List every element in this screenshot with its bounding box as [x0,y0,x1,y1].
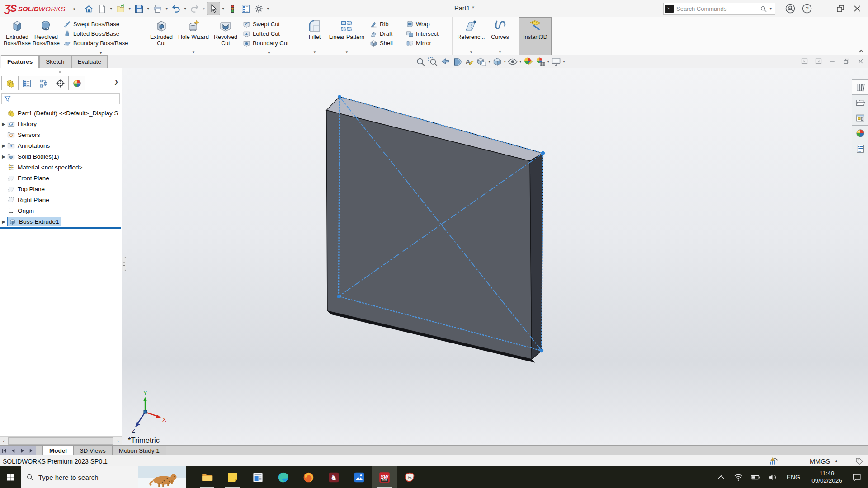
file-explorer-tab[interactable] [852,110,868,126]
cut-stack-dropdown[interactable]: ▾ [268,51,270,55]
tab-evaluate[interactable]: Evaluate [71,55,108,68]
extruded-cut-button[interactable]: Extruded Cut [147,17,176,55]
tree-item-sensors[interactable]: Sensors [0,129,121,140]
print-dropdown[interactable]: ▾ [164,7,169,11]
apply-scene-icon[interactable] [535,56,546,67]
units-dropdown-icon[interactable]: ▲ [835,459,838,463]
custom-properties-tab[interactable] [852,141,868,156]
linear-pattern-button[interactable]: Linear Pattern ▾ [326,17,368,55]
collapse-pane-left-icon[interactable] [801,57,808,65]
select-tool-button[interactable] [207,2,220,15]
displaymanager-tab[interactable] [68,76,85,90]
taskbar-snipping-tool[interactable]: ✂ [397,466,422,488]
battery-icon[interactable] [750,472,760,482]
taskbar-solidworks[interactable]: SW2023 [372,466,397,488]
doc-restore-icon[interactable] [843,57,850,65]
scroll-right-icon[interactable]: › [114,437,122,445]
tray-expand-icon[interactable] [716,472,726,482]
solidworks-resources-tab[interactable] [852,79,868,95]
units-indicator[interactable]: MMGS [810,458,830,465]
appearances-scenes-tab[interactable] [852,126,868,141]
save-dropdown[interactable]: ▾ [146,7,151,11]
doc-close-icon[interactable] [857,57,864,65]
boundary-boss-base-button[interactable]: Boundary Boss/Base [63,38,141,48]
options-dropdown[interactable]: ▾ [265,7,270,11]
swept-boss-base-button[interactable]: Swept Boss/Base [63,19,141,29]
minimize-icon[interactable] [818,3,829,14]
display-style-icon[interactable] [492,56,503,67]
language-indicator[interactable]: ENG [787,474,800,481]
taskbar-firefox[interactable] [296,466,321,488]
dynamic-annotation-views-icon[interactable]: A [464,56,475,67]
instant3d-button[interactable]: Instant3D [519,17,552,56]
action-center-icon[interactable] [852,472,862,482]
view-safety-button[interactable] [226,2,239,15]
reference-geometry-button[interactable]: Referenc... ▾ [455,17,487,55]
panel-splitter-handle[interactable] [122,257,126,271]
expand-arrow-icon[interactable]: ▶ [0,154,7,159]
open-button[interactable] [114,2,127,15]
tree-item-history[interactable]: ▶ History [0,118,121,129]
collapse-pane-right-icon[interactable] [815,57,822,65]
revolved-cut-button[interactable]: Revolved Cut [211,17,240,55]
propertymanager-tab[interactable] [18,76,35,90]
scrollbar-thumb[interactable] [8,437,113,445]
taskbar-clock[interactable]: 11:49 09/02/2026 [806,470,848,484]
design-library-tab[interactable] [852,95,868,110]
wrap-button[interactable]: Wrap [406,19,449,29]
expand-arrow-icon[interactable]: ▶ [0,219,7,224]
revolved-boss-base-button[interactable]: Revolved Boss/Base [32,17,61,55]
shell-button[interactable]: Shell [370,38,404,48]
taskbar-report-app[interactable] [245,466,270,488]
taskbar-search-box[interactable]: Type here to search [21,466,186,488]
view-orientation-icon[interactable] [476,56,487,67]
new-dropdown[interactable]: ▾ [108,7,113,11]
fillet-button[interactable]: Fillet ▾ [304,17,326,55]
tags-icon[interactable] [855,457,863,465]
lofted-boss-base-button[interactable]: Lofted Boss/Base [63,29,141,38]
section-view-icon[interactable] [452,56,462,67]
configurationmanager-tab[interactable] [35,76,52,90]
hide-show-items-icon[interactable] [507,56,518,67]
previous-view-icon[interactable] [439,56,450,67]
tree-item-right-plane[interactable]: Right Plane [0,194,121,205]
tab-sketch[interactable]: Sketch [39,55,71,68]
tree-item-solid-bodies[interactable]: ▶ Solid Bodies(1) [0,151,121,162]
login-person-icon[interactable] [785,3,796,14]
document-properties-button[interactable] [239,2,252,15]
tab-3d-views[interactable]: 3D Views [74,446,113,455]
tab-model[interactable]: Model [42,446,74,455]
menu-expand-arrow-icon[interactable]: ▸ [74,6,76,12]
prev-tab-icon[interactable] [9,446,18,455]
next-tab-icon[interactable] [18,446,27,455]
ribbon-collapse-icon[interactable] [858,49,864,53]
redo-button[interactable] [188,2,201,15]
doc-minimize-icon[interactable] [829,57,836,65]
home-button[interactable] [82,2,95,15]
rollback-bar[interactable] [0,227,121,229]
search-commands-box[interactable]: >_ Search Commands ▾ [663,3,775,15]
graphics-area[interactable]: Y X Z *Trimetric [122,68,868,445]
tab-features[interactable]: Features [1,55,39,68]
taskbar-photos[interactable] [346,466,372,488]
tree-item-origin[interactable]: Origin [0,205,121,216]
taskbar-knight-app[interactable]: ♞ [321,466,346,488]
speaker-icon[interactable] [768,472,778,482]
options-button[interactable] [252,2,265,15]
taskbar-edge[interactable] [270,466,296,488]
search-highlight-image[interactable] [138,466,186,488]
tree-item-material[interactable]: Material <not specified> [0,162,121,173]
zoom-to-area-icon[interactable] [427,56,438,67]
first-tab-icon[interactable] [0,446,9,455]
mirror-button[interactable]: Mirror [406,38,449,48]
undo-button[interactable] [170,2,182,15]
rib-button[interactable]: Rib [370,19,404,29]
close-icon[interactable] [852,3,863,14]
view-settings-icon[interactable] [551,56,561,67]
edit-appearance-icon[interactable] [523,56,534,67]
tree-filter-box[interactable] [1,93,120,104]
open-dropdown[interactable]: ▾ [127,7,132,11]
dimxpertmanager-tab[interactable] [52,76,69,90]
select-dropdown[interactable]: ▾ [221,7,226,11]
taskbar-file-explorer[interactable] [194,466,220,488]
